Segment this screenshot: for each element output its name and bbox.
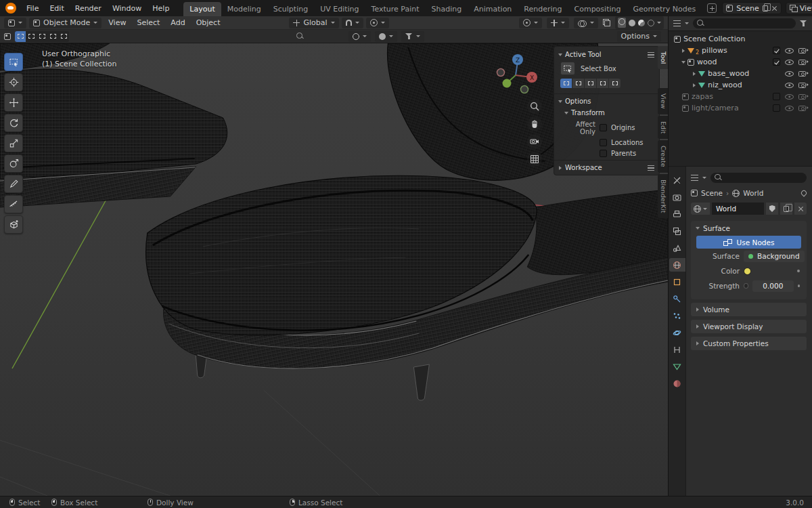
disable-render-icon[interactable] — [798, 48, 806, 54]
outliner-editor-icon[interactable] — [673, 20, 681, 26]
mode-extend-button[interactable] — [572, 79, 584, 88]
menu-view[interactable]: View — [104, 17, 130, 28]
fake-user-button[interactable] — [766, 203, 778, 215]
gizmo-neg-x-axis[interactable] — [497, 69, 505, 77]
disable-render-icon[interactable] — [798, 60, 806, 65]
expand-icon[interactable] — [682, 49, 685, 53]
tool-cursor[interactable] — [4, 73, 23, 91]
transform-panel-header[interactable]: Transform — [554, 107, 659, 119]
editor-type-button[interactable] — [4, 18, 26, 28]
sidebar-tab-view[interactable]: View — [658, 88, 668, 114]
hide-viewport-icon[interactable] — [785, 83, 794, 88]
material-shading-icon[interactable] — [638, 20, 645, 26]
hide-viewport-icon[interactable] — [785, 48, 794, 54]
proportional-editing-toggle[interactable] — [366, 18, 389, 28]
viewport-display-panel-header[interactable]: Viewport Display — [691, 320, 807, 333]
scene-selector[interactable]: Scene — [722, 2, 782, 14]
custom-properties-panel-header[interactable]: Custom Properties — [691, 337, 807, 350]
add-workspace-icon[interactable] — [707, 3, 717, 13]
outliner-row-niz-wood[interactable]: niz_wood — [669, 79, 812, 91]
mode-dropdown[interactable]: Object Mode — [29, 18, 102, 28]
sidebar-tab-blenderkit[interactable]: BlenderKit — [658, 174, 668, 218]
object-visibility-dropdown[interactable] — [519, 18, 542, 28]
camera-view-button[interactable] — [527, 134, 542, 149]
workspace-tab-rendering[interactable]: Rendering — [518, 2, 568, 16]
exclude-checkbox[interactable] — [773, 47, 780, 54]
overlays-dropdown[interactable] — [574, 18, 598, 28]
tool-annotate[interactable] — [4, 175, 23, 193]
tab-object[interactable] — [669, 275, 685, 289]
panel-menu-icon[interactable] — [648, 52, 654, 58]
select-mode-new[interactable] — [15, 31, 26, 42]
tab-modifiers[interactable] — [669, 292, 685, 305]
exclude-checkbox[interactable] — [773, 104, 780, 112]
shading-wireframe-button[interactable] — [618, 18, 626, 28]
workspace-tab-geometry-nodes[interactable]: Geometry Nodes — [627, 2, 702, 16]
tab-view-layer[interactable] — [669, 224, 685, 238]
panel-menu-icon[interactable] — [648, 165, 654, 171]
gizmo-y-axis[interactable] — [503, 79, 512, 88]
menu-edit[interactable]: Edit — [45, 2, 68, 15]
select-mode-extend[interactable] — [26, 31, 37, 42]
workspace-tab-compositing[interactable]: Compositing — [568, 2, 627, 16]
tab-object-data[interactable] — [669, 360, 685, 373]
transform-orientation-dropdown[interactable]: Global — [289, 18, 338, 28]
outliner-row-pillows[interactable]: 2 pillows — [669, 45, 812, 56]
browse-world-button[interactable] — [691, 203, 710, 215]
outliner-search-input[interactable] — [693, 18, 796, 28]
grid-toggle-button[interactable] — [527, 152, 542, 167]
outliner-row-base-wood[interactable]: base_wood — [669, 68, 812, 79]
tab-output[interactable] — [669, 207, 685, 221]
gizmos-dropdown[interactable] — [547, 18, 569, 28]
select-mode-invert[interactable] — [47, 31, 58, 42]
tool-scale[interactable] — [4, 134, 23, 152]
hide-viewport-icon[interactable] — [785, 106, 794, 111]
mode-invert-button[interactable] — [597, 79, 608, 88]
exclude-checkbox[interactable] — [773, 93, 780, 100]
menu-render[interactable]: Render — [70, 2, 106, 15]
workspace-tab-uv-editing[interactable]: UV Editing — [314, 2, 365, 16]
select-mode-intersect[interactable] — [58, 31, 69, 42]
tool-move[interactable] — [4, 93, 23, 112]
properties-editor-icon[interactable] — [691, 175, 698, 181]
volume-panel-header[interactable]: Volume — [691, 303, 807, 316]
zoom-button[interactable] — [527, 99, 542, 114]
menu-add[interactable]: Add — [166, 17, 189, 28]
workspace-tab-shading[interactable]: Shading — [426, 2, 468, 16]
collapse-icon[interactable] — [681, 61, 685, 64]
pan-hand-button[interactable] — [527, 117, 542, 131]
menu-select[interactable]: Select — [133, 17, 164, 28]
active-tool-panel-header[interactable]: Active Tool — [554, 49, 659, 60]
disable-render-icon[interactable] — [798, 94, 806, 100]
world-name-field[interactable]: World — [712, 203, 764, 215]
select-box-tool-button[interactable] — [560, 62, 575, 75]
hide-viewport-icon[interactable] — [785, 71, 794, 77]
hide-viewport-icon[interactable] — [785, 94, 794, 100]
expand-icon[interactable] — [693, 72, 696, 76]
tab-material[interactable] — [669, 377, 685, 390]
tab-particles[interactable] — [669, 309, 685, 322]
remove-scene-icon[interactable] — [771, 5, 777, 12]
unlink-world-button[interactable] — [794, 203, 807, 215]
workspace-tab-modeling[interactable]: Modeling — [221, 2, 267, 16]
color-swatch[interactable] — [744, 268, 751, 275]
tab-scene[interactable] — [669, 241, 685, 255]
tool-measure[interactable] — [4, 195, 23, 213]
viewport-3d[interactable]: User Orthographic (1) Scene Collection Z… — [0, 43, 668, 496]
mode-subtract-button[interactable] — [585, 79, 596, 88]
exclude-checkbox[interactable] — [773, 58, 780, 66]
tool-select-box[interactable] — [4, 53, 23, 71]
xray-toggle-icon[interactable] — [603, 19, 610, 26]
animate-decorator[interactable] — [744, 283, 748, 289]
properties-search-input[interactable] — [710, 173, 807, 183]
filter-dropdown-1[interactable] — [348, 31, 371, 42]
parents-checkbox[interactable] — [600, 150, 607, 157]
blender-logo-icon[interactable] — [5, 3, 16, 14]
options-dropdown[interactable]: Options — [617, 31, 661, 42]
options-panel-header[interactable]: Options — [554, 96, 659, 107]
tab-render[interactable] — [669, 190, 685, 204]
menu-object[interactable]: Object — [192, 17, 225, 28]
rendered-shading-icon[interactable] — [648, 20, 654, 26]
shading-dropdown-chevron[interactable] — [657, 22, 661, 24]
breadcrumb-world[interactable]: World — [743, 189, 763, 197]
